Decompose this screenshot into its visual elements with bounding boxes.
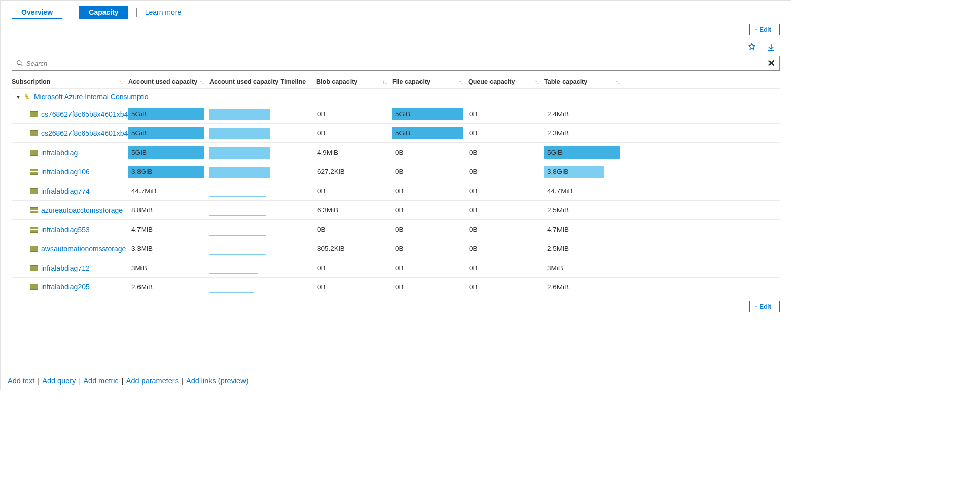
queue-capacity-value: 0B [468, 110, 544, 118]
col-table[interactable]: Table capacity ↑↓ [544, 78, 625, 85]
add-query-link[interactable]: Add query [42, 377, 76, 385]
search-input[interactable] [26, 60, 767, 67]
storage-account-link[interactable]: infralabdiag [12, 148, 128, 157]
storage-account-link[interactable]: infralabdiag205 [12, 283, 128, 291]
add-metric-link[interactable]: Add metric [83, 377, 118, 385]
storage-account-link[interactable]: cs268627f8c65b8x4601xb48 [12, 129, 128, 137]
storage-icon [30, 265, 38, 271]
blob-capacity-value: 0B [316, 129, 392, 137]
table-capacity-cell: 2.6MiB [544, 281, 620, 293]
file-capacity-value: 0B [392, 187, 404, 195]
used-capacity-cell: 4.7MiB [128, 224, 204, 236]
table-row: infralabdiag77444.7MiB0B0B0B44.7MiB [12, 181, 780, 200]
timeline-line [209, 254, 266, 255]
table-capacity-value: 3.8GiB [544, 168, 568, 175]
storage-account-name: infralabdiag774 [41, 187, 90, 195]
used-capacity-value: 5GiB [128, 129, 147, 137]
timeline-cell [209, 146, 316, 159]
file-capacity-value: 0B [392, 168, 404, 175]
table-capacity-value: 2.5MiB [544, 206, 569, 214]
arrow-up-icon: ↑ [755, 27, 758, 33]
file-capacity-value: 0B [392, 206, 404, 214]
table-row: cs768627f8c65b8x4601xb485GiB0B5GiB0B2.4M… [12, 104, 780, 123]
table-capacity-value: 5GiB [544, 148, 563, 156]
timeline-fill [209, 109, 270, 120]
timeline-line [209, 215, 266, 216]
tab-overview[interactable]: Overview [12, 6, 62, 19]
svg-rect-3 [27, 98, 29, 99]
storage-account-link[interactable]: infralabdiag106 [12, 168, 128, 176]
used-capacity-cell: 3.3MiB [128, 243, 204, 255]
tab-capacity[interactable]: Capacity [79, 6, 128, 19]
storage-account-name: azureautoacctomsstorage [41, 206, 123, 214]
svg-point-0 [17, 61, 21, 65]
used-capacity-value: 3MiB [128, 264, 147, 272]
col-file[interactable]: File capacity ↑↓ [392, 78, 468, 85]
timeline-fill [209, 147, 270, 159]
blob-capacity-value: 0B [316, 264, 392, 272]
file-capacity-value: 5GiB [392, 129, 410, 137]
add-text-link[interactable]: Add text [8, 377, 34, 385]
add-links-link[interactable]: Add links (preview) [186, 377, 249, 385]
blob-capacity-value: 627.2KiB [316, 168, 392, 175]
storage-icon [30, 207, 38, 213]
storage-icon [30, 150, 38, 156]
storage-account-link[interactable]: awsautomationomsstorage [12, 245, 128, 253]
storage-account-link[interactable]: infralabdiag712 [12, 264, 128, 272]
timeline-cell [209, 281, 316, 293]
col-blob[interactable]: Blob capacity ↑↓ [316, 78, 392, 85]
download-icon[interactable] [766, 43, 776, 52]
storage-account-name: infralabdiag205 [41, 283, 90, 291]
sort-icon: ↑↓ [535, 79, 538, 85]
used-capacity-cell: 5GiB [128, 127, 204, 139]
storage-account-link[interactable]: infralabdiag774 [12, 187, 128, 195]
used-capacity-cell: 3MiB [128, 262, 204, 274]
file-capacity-cell: 0B [392, 281, 463, 293]
table-row: infralabdiag5534.7MiB0B0B0B4.7MiB [12, 219, 780, 239]
blob-capacity-value: 0B [316, 226, 392, 233]
storage-account-name: awsautomationomsstorage [41, 245, 126, 253]
storage-account-name: infralabdiag712 [41, 264, 90, 272]
storage-account-link[interactable]: azureautoacctomsstorage [12, 206, 128, 214]
queue-capacity-value: 0B [468, 264, 544, 272]
used-capacity-cell: 5GiB [128, 146, 204, 159]
edit-button[interactable]: ↑ Edit [749, 301, 780, 312]
storage-icon [30, 111, 38, 117]
queue-capacity-value: 0B [468, 129, 544, 137]
edit-button[interactable]: ↑ Edit [749, 24, 780, 35]
clear-search-icon[interactable]: ✕ [767, 58, 775, 69]
learn-more-link[interactable]: Learn more [145, 8, 182, 16]
table-capacity-cell: 5GiB [544, 146, 620, 159]
col-label: Blob capacity [316, 78, 357, 85]
used-capacity-value: 4.7MiB [128, 226, 153, 233]
col-queue[interactable]: Queue capacity ↑↓ [468, 78, 544, 85]
edit-label: Edit [760, 26, 771, 33]
storage-account-name: cs268627f8c65b8x4601xb48 [41, 129, 128, 137]
edit-row-top: ↑ Edit [1, 22, 791, 40]
collapse-toggle-icon[interactable]: ▼ [16, 94, 21, 100]
storage-account-link[interactable]: cs768627f8c65b8x4601xb48 [12, 110, 128, 118]
timeline-cell [209, 224, 316, 236]
table-capacity-cell: 3MiB [544, 262, 620, 274]
timeline-fill [209, 167, 270, 178]
add-parameters-link[interactable]: Add parameters [126, 377, 179, 385]
col-label: Account used capacity [128, 78, 197, 85]
col-timeline: Account used capacity Timeline [209, 78, 316, 85]
file-capacity-cell: 0B [392, 224, 463, 236]
used-capacity-cell: 3.8GiB [128, 166, 204, 178]
col-subscription[interactable]: Subscription ↑↓ [12, 78, 128, 85]
blob-capacity-value: 0B [316, 110, 392, 118]
edit-label: Edit [760, 303, 771, 310]
table-capacity-cell: 2.3MiB [544, 127, 620, 139]
table-row: awsautomationomsstorage3.3MiB805.2KiB0B0… [12, 239, 780, 258]
storage-account-name: cs768627f8c65b8x4601xb48 [41, 110, 128, 118]
add-bar: Add text | Add query | Add metric | Add … [8, 377, 248, 385]
used-capacity-value: 5GiB [128, 110, 147, 118]
group-label[interactable]: Microsoft Azure Internal Consumptio [34, 93, 149, 101]
col-used[interactable]: Account used capacity ↑↓ [128, 78, 209, 85]
storage-account-link[interactable]: infralabdiag553 [12, 226, 128, 234]
arrow-up-icon: ↑ [755, 304, 758, 310]
used-capacity-cell: 5GiB [128, 108, 204, 120]
queue-capacity-value: 0B [468, 226, 544, 233]
pin-icon[interactable] [747, 43, 756, 52]
